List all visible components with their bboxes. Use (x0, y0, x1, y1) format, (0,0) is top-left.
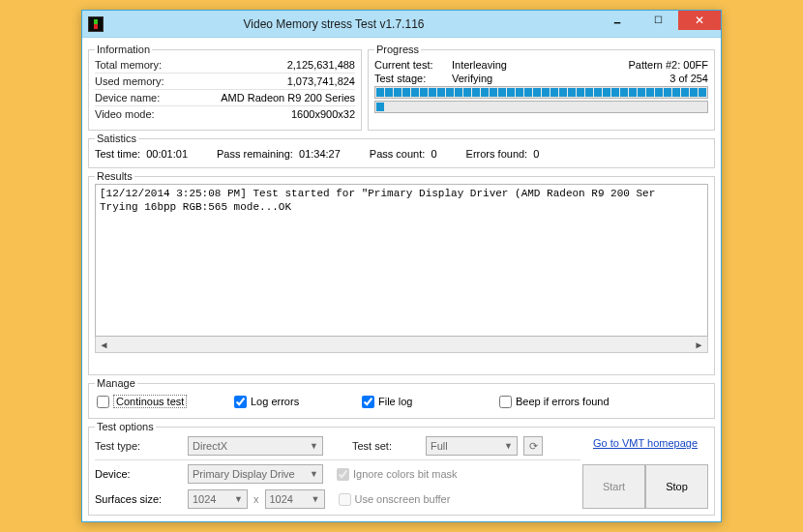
chevron-down-icon: ▼ (234, 494, 243, 504)
homepage-link[interactable]: Go to VMT homepage (582, 437, 708, 464)
log-errors-checkbox[interactable] (234, 396, 247, 408)
refresh-icon: ⟳ (529, 440, 538, 453)
refresh-button[interactable]: ⟳ (523, 436, 543, 456)
chevron-down-icon: ▼ (310, 469, 318, 479)
window-title: Video Memory stress Test v1.7.116 (109, 17, 597, 31)
surfaces-size-label: Surfaces size: (95, 493, 182, 505)
chevron-down-icon: ▼ (312, 494, 320, 504)
progress-group: Progress Current test: Interleaving Patt… (368, 44, 715, 131)
device-label: Device: (95, 468, 182, 480)
results-scrollbar[interactable]: ◄ ► (95, 337, 708, 353)
results-textarea[interactable]: [12/12/2014 3:25:08 PM] Test started for… (95, 184, 708, 337)
maximize-button[interactable] (638, 11, 678, 30)
manage-group: Manage Continous test Log errors File lo… (88, 377, 715, 419)
stop-button[interactable]: Stop (645, 464, 708, 509)
beep-checkbox[interactable] (499, 396, 512, 408)
manage-legend: Manage (95, 377, 137, 389)
chevron-down-icon: ▼ (310, 441, 318, 451)
minimize-button[interactable] (597, 11, 638, 30)
test-set-label: Test set: (352, 440, 420, 452)
results-group: Results [12/12/2014 3:25:08 PM] Test sta… (88, 170, 715, 375)
surface-height-select[interactable]: 1024▼ (265, 489, 325, 509)
test-options-legend: Test options (95, 421, 156, 432)
statistics-group: Satistics Test time: 00:01:01 Pass remai… (88, 133, 715, 168)
statistics-legend: Satistics (95, 133, 138, 144)
scroll-left-icon[interactable]: ◄ (96, 337, 112, 352)
title-bar[interactable]: Video Memory stress Test v1.7.116 (82, 11, 721, 38)
chevron-down-icon: ▼ (504, 441, 513, 451)
use-onscreen-label: Use onscreen buffer (355, 493, 451, 505)
file-log-label: File log (378, 396, 412, 407)
information-legend: Information (95, 44, 152, 55)
ignore-colors-label: Ignore colors bit mask (353, 468, 458, 480)
test-set-select[interactable]: Full▼ (426, 436, 518, 456)
continuous-test-label: Continous test (113, 395, 187, 408)
progress-bar-stage (374, 101, 708, 113)
log-errors-label: Log errors (251, 396, 299, 407)
ignore-colors-checkbox (337, 468, 349, 481)
test-options-group: Test options Test type: DirectX▼ Test se… (88, 421, 715, 516)
close-button[interactable] (678, 11, 721, 30)
test-type-select[interactable]: DirectX▼ (188, 436, 323, 456)
progress-legend: Progress (374, 44, 421, 55)
beep-label: Beep if errors found (516, 396, 610, 407)
test-type-label: Test type: (95, 440, 182, 452)
surface-width-select[interactable]: 1024▼ (188, 489, 248, 509)
app-window: Video Memory stress Test v1.7.116 Inform… (81, 10, 722, 522)
file-log-checkbox[interactable] (362, 396, 374, 408)
results-legend: Results (95, 170, 134, 182)
scroll-right-icon[interactable]: ► (691, 337, 707, 352)
progress-bar-total (374, 86, 708, 99)
continuous-test-checkbox[interactable] (97, 396, 109, 408)
start-button[interactable]: Start (582, 464, 645, 509)
app-icon (88, 16, 104, 32)
device-select[interactable]: Primary Display Drive▼ (188, 464, 323, 484)
information-group: Information Total memory:2,125,631,488 U… (88, 44, 362, 131)
use-onscreen-checkbox (339, 493, 351, 506)
